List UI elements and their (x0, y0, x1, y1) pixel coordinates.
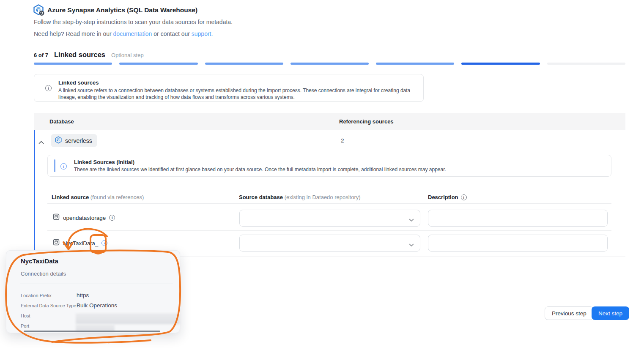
step-meta: 6 of 7 Linked sources Optional step (34, 51, 144, 59)
referencing-sources-count: 2 (341, 137, 344, 144)
previous-step-button[interactable]: Previous step (545, 306, 594, 320)
tooltip-field-external-type: External Data Source Type Bulk Operation… (21, 301, 180, 312)
step-count: 6 of 7 (34, 52, 48, 58)
progress-segment-3 (205, 63, 283, 65)
progress-segment-4 (290, 63, 369, 65)
field-label: Location Prefix (21, 293, 52, 298)
linked-source-info-icon[interactable]: i (109, 215, 115, 221)
documentation-link[interactable]: documentation (113, 30, 152, 37)
page-subtitle: Follow the step-by-step instructions to … (34, 19, 233, 25)
source-database-select-row1[interactable] (239, 210, 420, 227)
tooltip-field-location-prefix: Location Prefix https (21, 291, 180, 301)
column-description: Description i (428, 194, 467, 200)
divider (47, 203, 611, 204)
database-chip-serverless[interactable]: serverless (51, 134, 97, 147)
column-linked-source: Linked source (found via references) (52, 194, 144, 200)
step-title: Linked sources (54, 51, 105, 59)
connection-details-tooltip: NycTaxiData_ Connection details Location… (6, 250, 180, 333)
source-database-select-row2[interactable] (239, 235, 420, 252)
wizard-page: Azure Synapse Analytics (SQL Data Wareho… (0, 0, 644, 350)
tooltip-subtitle: Connection details (21, 271, 66, 277)
linked-sources-info-panel: i Linked sources A linked source refers … (34, 74, 424, 102)
divider (20, 284, 173, 284)
progress-segment-5 (376, 63, 454, 65)
chevron-down-icon (409, 216, 414, 224)
help-line: Need help? Read more in our documentatio… (34, 30, 213, 37)
help-prefix: Need help? Read more in our (34, 30, 113, 37)
progress-segment-1 (34, 63, 112, 65)
field-value: Bulk Operations (77, 302, 117, 309)
azure-synapse-logo-icon (33, 4, 45, 16)
column-referencing-sources: Referencing sources (339, 118, 394, 125)
description-input-row2[interactable] (428, 235, 608, 252)
collapse-chevron-icon[interactable] (38, 138, 44, 146)
initial-panel-accent (54, 159, 55, 172)
initial-panel-title: Linked Sources (Initial) (74, 159, 134, 165)
external-table-icon (53, 239, 60, 247)
linked-source-info-icon-active[interactable]: i (101, 240, 107, 246)
tooltip-title: NycTaxiData_ (21, 257, 62, 265)
step-progress-bar (34, 63, 625, 65)
step-optional-note: Optional step (111, 52, 144, 58)
column-linked-source-label: Linked source (52, 194, 89, 200)
help-middle: or contact our (152, 30, 191, 37)
column-linked-source-note: (found via references) (90, 194, 144, 200)
initial-panel-body: These are the linked sources we identifi… (74, 167, 603, 172)
redacted-host-value (76, 313, 180, 324)
description-info-icon[interactable]: i (461, 194, 467, 200)
database-chip-label: serverless (65, 137, 92, 144)
info-icon: i (45, 85, 52, 91)
expanded-row-accent (34, 130, 35, 257)
external-table-icon (53, 213, 60, 222)
field-label: External Data Source Type (21, 303, 76, 308)
field-label: Port (21, 323, 29, 328)
column-source-database: Source database (existing in Dataedo rep… (239, 194, 361, 200)
linked-source-row-nyctaxidata: NycTaxiData_ i (53, 239, 107, 247)
info-panel-title: Linked sources (58, 79, 99, 86)
chevron-down-icon (409, 241, 414, 249)
column-source-database-label: Source database (239, 194, 283, 200)
page-title: Azure Synapse Analytics (SQL Data Wareho… (47, 6, 197, 14)
info-panel-body: A linked source refers to a connection b… (58, 87, 417, 101)
linked-source-name: opendatastorage (63, 215, 106, 221)
progress-segment-7 (547, 63, 625, 65)
support-link[interactable]: support. (192, 30, 213, 37)
table-header: Database Referencing sources (34, 113, 625, 130)
field-value: https (77, 292, 89, 298)
field-label: Host (21, 313, 30, 318)
synapse-db-icon (55, 136, 62, 145)
column-description-label: Description (428, 194, 458, 200)
column-database: Database (49, 118, 74, 125)
linked-source-row-opendatastorage: opendatastorage i (53, 213, 115, 222)
tooltip-horizontal-scrollbar[interactable] (24, 331, 160, 332)
info-icon-blue: i (60, 163, 67, 170)
linked-sources-initial-panel: i Linked Sources (Initial) These are the… (47, 155, 611, 177)
linked-source-name: NycTaxiData_ (63, 240, 98, 246)
divider (47, 230, 611, 231)
description-input-row1[interactable] (428, 210, 608, 227)
progress-segment-2 (119, 63, 197, 65)
progress-segment-6 (461, 63, 540, 65)
next-step-button[interactable]: Next step (592, 306, 629, 320)
column-source-database-note: (existing in Dataedo repository) (285, 194, 361, 200)
